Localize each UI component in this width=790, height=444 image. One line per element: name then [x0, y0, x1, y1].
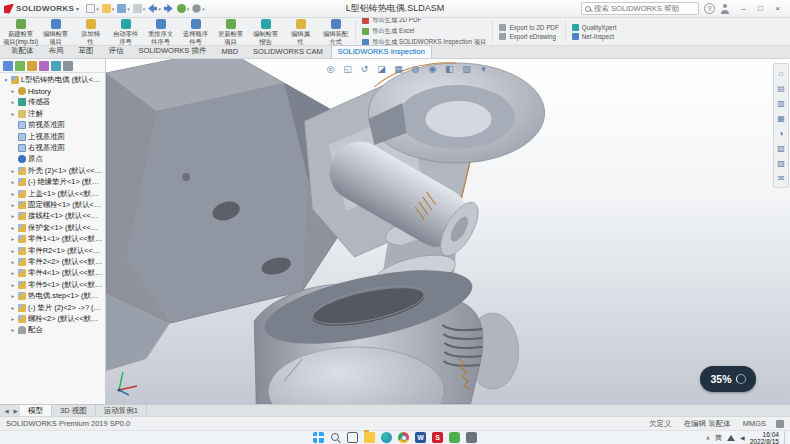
- tree-item[interactable]: 上视基准面: [0, 131, 105, 142]
- auto-balloon-button[interactable]: 自动零件 序号: [108, 19, 143, 44]
- tree-item[interactable]: ▸ (-) 绝缘垫片<1> (默认<<默认>>_显...: [0, 177, 105, 188]
- expand-arrow-icon[interactable]: ▸: [10, 191, 16, 197]
- update-inspection-button[interactable]: 更新检查 项目: [213, 19, 248, 44]
- expand-arrow-icon[interactable]: ▸: [10, 236, 16, 242]
- tree-item[interactable]: ▸ 传感器: [0, 97, 105, 108]
- redo-icon[interactable]: [164, 4, 174, 13]
- undo-icon[interactable]: ▾: [148, 4, 161, 13]
- save-icon[interactable]: ▾: [117, 4, 130, 13]
- units-selector[interactable]: MMGS: [743, 419, 766, 428]
- expand-arrow-icon[interactable]: ▸: [10, 316, 16, 322]
- tree-item[interactable]: ▸ 螺栓<2> (默认<<默认>_显示状态...: [0, 313, 105, 324]
- tree-item[interactable]: ▾ L型铝铸热电偶 (默认<显示状态-1>): [0, 74, 105, 85]
- dropdown-caret-icon[interactable]: ▾: [202, 6, 205, 12]
- tab-assembly[interactable]: 装配体: [4, 44, 41, 58]
- expand-arrow-icon[interactable]: ▸: [10, 327, 16, 333]
- solidworks-menu[interactable]: SOLIDWORKS ▾: [4, 4, 79, 14]
- tabs-scroll-right-icon[interactable]: ▶: [11, 408, 20, 414]
- custom-properties-icon[interactable]: ▨: [775, 157, 787, 169]
- expand-arrow-icon[interactable]: ▸: [10, 213, 16, 219]
- expand-arrow-icon[interactable]: ▸: [10, 111, 16, 117]
- clock[interactable]: 16:04 2022/8/15: [750, 431, 779, 444]
- pick-balloon-order-button[interactable]: 选择顺序 件号: [178, 19, 213, 44]
- new-inspection-project-button[interactable]: 新建检查 项目(imp.fsi): [3, 19, 38, 44]
- tree-item[interactable]: ▸ 固定螺栓<1> (默认<<默认>_显示状...: [0, 199, 105, 210]
- tab-solidworks-cam[interactable]: SOLIDWORKS CAM: [246, 45, 330, 58]
- zoom-area-icon[interactable]: ◱: [341, 62, 354, 75]
- tab-mbd[interactable]: MBD: [214, 45, 245, 58]
- forum-icon[interactable]: ✉: [775, 172, 787, 184]
- tab-evaluate[interactable]: 评估: [102, 44, 131, 58]
- dropdown-caret-icon[interactable]: ▾: [143, 6, 146, 12]
- tree-item[interactable]: ▸ 热电偶.step<1> (默认<<默认...: [0, 290, 105, 301]
- edit-assembly-button[interactable]: 编辑装配 方式: [318, 19, 353, 44]
- export-to-2d-pdf-button[interactable]: Export to 2D PDF: [499, 24, 558, 31]
- help-icon[interactable]: ?: [704, 3, 715, 14]
- dimxpert-manager-tab-icon[interactable]: [39, 61, 49, 71]
- view-orientation-icon[interactable]: ▦: [392, 62, 405, 75]
- help-search-box[interactable]: [581, 2, 699, 15]
- hide-show-items-icon[interactable]: ◉: [426, 62, 439, 75]
- edge-icon[interactable]: [381, 432, 392, 443]
- inspection-manager-tab-icon[interactable]: [63, 61, 73, 71]
- expand-arrow-icon[interactable]: ▸: [10, 248, 16, 254]
- definition-status[interactable]: 欠定义: [649, 419, 672, 429]
- expand-arrow-icon[interactable]: ▸: [10, 259, 16, 265]
- expand-arrow-icon[interactable]: ▸: [10, 270, 16, 276]
- print-icon[interactable]: ▾: [133, 4, 146, 13]
- edit-appearance-icon[interactable]: ◧: [443, 62, 456, 75]
- tree-item[interactable]: ▸ 配合: [0, 325, 105, 336]
- model-view-tab[interactable]: 模型: [20, 405, 52, 416]
- status-options-icon[interactable]: [776, 420, 784, 428]
- show-desktop-button[interactable]: [784, 431, 787, 444]
- expand-arrow-icon[interactable]: ▸: [10, 282, 16, 288]
- tree-item[interactable]: ▸ 保护套<1> (默认<<默认>_显示状态...: [0, 222, 105, 233]
- expand-arrow-icon[interactable]: ▸: [10, 305, 16, 311]
- resequence-balloon-button[interactable]: 重排序文 件序号: [143, 19, 178, 44]
- create-inspection-report-button[interactable]: 编制检查 报告: [248, 19, 283, 44]
- net-inspect-button[interactable]: Net-Inspect: [572, 33, 617, 40]
- rebuild-icon[interactable]: ▾: [177, 4, 190, 13]
- edit-inspection-project-button[interactable]: 编辑检查 项目: [38, 19, 73, 44]
- tree-item[interactable]: ▸ 注解: [0, 108, 105, 119]
- volume-icon[interactable]: ◀: [740, 434, 745, 441]
- tree-item[interactable]: 前视基准面: [0, 120, 105, 131]
- tree-item[interactable]: ▸ 零件2<2> (默认<<默认>_显示状...: [0, 256, 105, 267]
- tree-item[interactable]: ▸ 零件R2<1> (默认<<默认>_显示...: [0, 245, 105, 256]
- edit-properties-button[interactable]: 编辑属 性: [283, 19, 318, 44]
- file-explorer-icon[interactable]: [364, 432, 375, 443]
- tabs-scroll-left-icon[interactable]: ◀: [2, 408, 11, 414]
- tab-sketch[interactable]: 草图: [72, 44, 101, 58]
- word-icon[interactable]: W: [415, 432, 426, 443]
- tab-layout[interactable]: 布局: [42, 44, 71, 58]
- editing-status[interactable]: 在编辑 装配体: [684, 419, 731, 429]
- options-icon[interactable]: ▾: [192, 4, 205, 13]
- expand-arrow-icon[interactable]: ▸: [10, 179, 16, 185]
- qualityxpert-button[interactable]: QualityXpert: [572, 24, 617, 31]
- close-button[interactable]: ×: [769, 1, 786, 17]
- solidworks-icon[interactable]: S: [432, 432, 443, 443]
- display-style-icon[interactable]: ◍: [409, 62, 422, 75]
- dropdown-caret-icon[interactable]: ▾: [158, 6, 161, 12]
- tree-item[interactable]: ▸ 零件1<1> (默认<<默认>_显示状态...: [0, 233, 105, 244]
- browser-icon[interactable]: [398, 432, 409, 443]
- expand-arrow-icon[interactable]: ▸: [10, 293, 16, 299]
- hidden-icons-chevron[interactable]: ∧: [706, 434, 710, 441]
- network-icon[interactable]: [727, 435, 735, 441]
- expand-arrow-icon[interactable]: ▸: [10, 225, 16, 231]
- settings-icon[interactable]: [466, 432, 477, 443]
- motion-study-tab[interactable]: 运动算例1: [96, 405, 147, 416]
- task-view-icon[interactable]: [347, 432, 358, 443]
- file-explorer-icon[interactable]: ▥: [775, 97, 787, 109]
- tree-item[interactable]: ▸ (-) 垫片 (2)<2> ->? (默认<<默认>...: [0, 302, 105, 313]
- tree-item[interactable]: ▸ 接线柱<1> (默认<<默认>_显示状态...: [0, 211, 105, 222]
- expand-arrow-icon[interactable]: ▾: [3, 77, 9, 83]
- previous-view-icon[interactable]: ↺: [358, 62, 371, 75]
- tab-solidworks-addins[interactable]: SOLIDWORKS 插件: [132, 44, 214, 58]
- tree-item[interactable]: 原点: [0, 154, 105, 165]
- configuration-manager-tab-icon[interactable]: [27, 61, 37, 71]
- section-view-icon[interactable]: ◪: [375, 62, 388, 75]
- search-input[interactable]: [594, 4, 695, 13]
- appearances-icon[interactable]: ◑: [775, 127, 787, 139]
- view-palette-icon[interactable]: ▦: [775, 112, 787, 124]
